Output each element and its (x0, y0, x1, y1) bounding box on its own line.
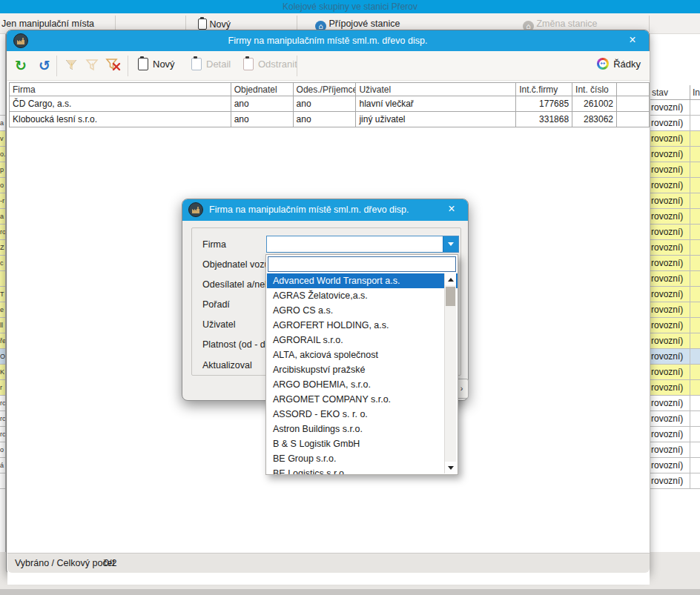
bg-table-row[interactable]: rovozní) (650, 302, 700, 318)
bg-table-row[interactable]: rovozní) (650, 442, 700, 458)
background-table-right: stav In rovozní)rovozní)rovozní)rovozní)… (650, 34, 700, 552)
bg-table-row-fragment: -r (0, 193, 6, 209)
bg-table-row[interactable]: rovozní) (650, 162, 700, 178)
bg-table-row[interactable]: rovozní) (650, 333, 700, 349)
dropdown-item[interactable]: Advanced World Transport a.s. (267, 273, 458, 288)
bg-stav-cell: rovozní) (651, 258, 683, 268)
bg-table-row[interactable]: rovozní) (650, 116, 700, 131)
bg-table-row[interactable]: rovozní) (650, 131, 700, 147)
rows-color-ring-icon (597, 58, 609, 70)
dropdown-item[interactable]: ASSORD - EKO s. r. o. (267, 407, 458, 422)
dropdown-item[interactable]: BE Logistics s.r.o. (267, 466, 458, 474)
bg-table-row[interactable]: rovozní) (650, 178, 700, 193)
bg-in-cell (690, 458, 700, 473)
filter-clear-button[interactable] (105, 57, 123, 75)
dropdown-item[interactable]: AGRO CS a.s. (267, 303, 458, 318)
bg-in-cell (690, 287, 700, 302)
dropdown-filter-input[interactable] (268, 256, 456, 272)
dropdown-item[interactable]: BE Group s.r.o. (267, 451, 458, 466)
dropdown-item[interactable]: B & S Logistik GmbH (267, 436, 458, 451)
novy-button[interactable]: Nový (138, 58, 175, 70)
bg-table-row[interactable]: rovozní) (650, 271, 700, 287)
table-cell: ČD Cargo, a.s. (9, 96, 231, 111)
firma-combobox[interactable] (266, 236, 459, 253)
bg-table-header: stav In (650, 85, 700, 100)
bg-table-row[interactable]: rovozní) (650, 427, 700, 442)
bg-table-row[interactable]: rovozní) (650, 225, 700, 240)
column-header[interactable]: Odes./Příjemce (294, 82, 357, 96)
bg-table-row[interactable]: rovozní) (650, 396, 700, 411)
close-icon[interactable]: × (625, 33, 640, 47)
detail-icon (191, 58, 202, 70)
column-header[interactable]: Uživatel (356, 82, 516, 96)
dropdown-item[interactable]: ARGOMET COMPANY s.r.o. (267, 392, 458, 407)
bg-table-row[interactable]: rovozní) (650, 318, 700, 333)
background-table-left-sliver: avo.po-raroZcTellřeOKrrcrcrcoá (0, 34, 6, 552)
bg-table-row[interactable]: rovozní) (650, 287, 700, 302)
bg-table-row[interactable]: rovozní) (650, 349, 700, 365)
firms-dialog-titlebar[interactable]: Firmy na manipulačním místě sml.m. dřevo… (7, 30, 649, 51)
close-icon[interactable]: × (444, 202, 459, 216)
dropdown-item[interactable]: AGRAS Želatovice,a.s. (267, 288, 458, 303)
bg-table-row[interactable]: rovozní) (650, 365, 700, 380)
bg-table-row[interactable]: rovozní) (650, 411, 700, 427)
dropdown-list: Advanced World Transport a.s.AGRAS Želat… (267, 273, 458, 474)
refresh-button[interactable]: ↻ (12, 57, 30, 75)
factory-icon (188, 202, 203, 217)
bg-stav-cell: rovozní) (651, 336, 683, 346)
bg-stav-cell: rovozní) (651, 180, 683, 190)
bg-table-row[interactable]: rovozní) (650, 147, 700, 162)
column-header[interactable]: Int.č.firmy (516, 82, 572, 96)
bg-table-row-fragment: r (0, 380, 6, 396)
bg-table-row[interactable]: rovozní) (650, 240, 700, 256)
bg-table-row-fragment: T (0, 287, 6, 302)
bg-table-row-fragment: v (0, 131, 6, 147)
column-header[interactable]: Objednatel (231, 82, 294, 96)
table-cell: Kloboucká lesní s.r.o. (9, 112, 231, 127)
bg-table-row[interactable]: rovozní) (650, 209, 700, 225)
bg-stav-cell: rovozní) (651, 242, 683, 253)
undo-button[interactable]: ↺ (36, 57, 53, 75)
bg-table-row[interactable]: rovozní) (650, 380, 700, 396)
bg-table-row[interactable]: rovozní) (650, 473, 700, 489)
table-row[interactable]: Kloboucká lesní s.r.o.anoanojiný uživate… (9, 112, 650, 127)
bg-in-cell (690, 256, 700, 270)
table-row[interactable]: ČD Cargo, a.s.anoanohlavní vlečkař177685… (9, 96, 650, 112)
scrollbar-thumb[interactable] (446, 287, 455, 306)
dropdown-scrollbar[interactable] (444, 273, 456, 473)
dropdown-item[interactable]: Arcibiskupství pražské (267, 362, 458, 377)
bg-stav-cell: rovozní) (651, 305, 683, 315)
dropdown-item[interactable]: Astron Buildings s.r.o. (267, 422, 458, 436)
bg-in-cell (690, 193, 700, 208)
bg-new-button[interactable]: Nový (198, 19, 231, 30)
scroll-down-button[interactable] (445, 462, 456, 473)
bg-stav-cell: rovozní) (651, 227, 683, 237)
status-count: 0/2 (104, 558, 116, 568)
tab-jen-manipulacni-mista[interactable]: Jen manipulační místa (1, 19, 94, 29)
column-header[interactable]: Firma (9, 82, 231, 96)
table-cell (617, 96, 650, 111)
bg-table-row[interactable]: rovozní) (650, 100, 700, 116)
dropdown-item[interactable]: AGROFERT HOLDING, a.s. (267, 318, 458, 333)
dropdown-item[interactable]: AGRORAIL s.r.o. (267, 333, 458, 348)
bg-table-row[interactable]: rovozní) (650, 193, 700, 209)
column-header[interactable]: Int. číslo (572, 82, 617, 96)
bg-table-row-fragment: a (0, 209, 6, 225)
bg-stav-cell: rovozní) (651, 289, 683, 299)
scroll-up-button[interactable] (445, 273, 456, 285)
dropdown-item[interactable]: ALTA, akciová společnost (267, 348, 458, 362)
bg-table-row[interactable]: rovozní) (650, 256, 700, 271)
bg-stav-cell: rovozní) (651, 102, 683, 113)
chevron-down-icon (448, 242, 454, 246)
bg-in-cell (690, 411, 700, 426)
bg-table-row-fragment: ro (0, 225, 6, 240)
radky-button[interactable]: Řádky (597, 58, 641, 70)
bg-stav-cell: rovozní) (651, 196, 683, 206)
column-header[interactable] (617, 82, 650, 96)
firm-modal-titlebar[interactable]: Firma na manipulačním místě sml.m. dřevo… (182, 199, 468, 221)
dropdown-item[interactable]: ARGO BOHEMIA, s.r.o. (267, 377, 458, 392)
bg-table-row[interactable]: rovozní) (650, 458, 700, 473)
bg-table-row-fragment: e (0, 302, 6, 318)
bg-stav-cell: rovozní) (651, 164, 683, 175)
combobox-dropdown-button[interactable] (443, 236, 458, 252)
